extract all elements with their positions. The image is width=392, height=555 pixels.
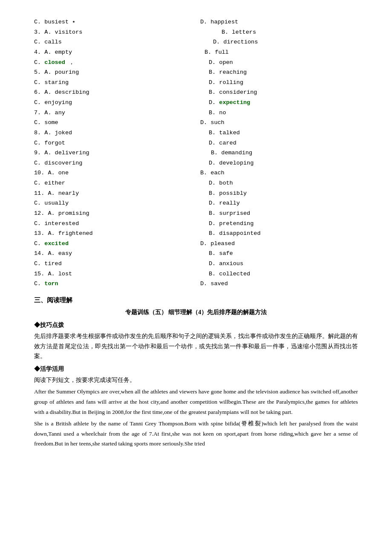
list-item: D. pretending <box>196 219 358 229</box>
table-row: 11. A. nearly B. possibly <box>34 188 358 199</box>
table-row: 5. A. pouring B. reaching <box>34 67 358 78</box>
list-item: B. safe <box>196 249 358 259</box>
list-item: 15. A. lost <box>34 269 196 279</box>
list-item: B. demanding <box>196 148 358 158</box>
list-item: B. no <box>196 108 358 118</box>
list-item: C. excited <box>34 239 196 249</box>
list-item: D. open <box>196 58 358 68</box>
list-item: C. closed ， <box>34 58 196 68</box>
table-row: C. usually D. really <box>34 198 358 208</box>
table-row: 12. A. promising B. surprised <box>34 208 358 219</box>
list-item: C. busiest <box>34 17 196 27</box>
table-row: 15. A. lost B. collected <box>34 269 358 279</box>
list-item: D. cared <box>196 138 358 148</box>
list-item: B. surprised <box>196 208 358 219</box>
answer-table: C. busiest D. happiest 3. A. visitors B.… <box>34 17 358 289</box>
list-item: 11. A. nearly <box>34 188 196 199</box>
table-row: 13. A. frightened B. disappointed <box>34 228 358 239</box>
list-item: D. expecting <box>196 98 358 108</box>
en-para1: After the Summer Olympics are over,when … <box>34 387 358 417</box>
dot-mark <box>73 21 75 23</box>
table-row: 8. A. joked B. talked <box>34 128 358 138</box>
table-row: C. busiest D. happiest <box>34 17 358 27</box>
tip2-head: ◆活学活用 <box>34 364 358 374</box>
list-item: 10. A. one <box>34 168 196 178</box>
list-item: D. developing <box>196 158 358 168</box>
table-row: C. torn D. saved <box>34 279 358 289</box>
highlight-expecting: expecting <box>219 99 250 106</box>
list-item: 7. A. any <box>34 108 196 118</box>
highlight-closed: closed <box>44 59 65 66</box>
table-row: C. closed ， D. open <box>34 58 358 68</box>
list-item: B. disappointed <box>196 228 358 239</box>
table-row: C. interested D. pretending <box>34 219 358 229</box>
list-item: D. pleased <box>196 239 358 249</box>
table-row: C. staring D. rolling <box>34 78 358 88</box>
list-item: D. happiest <box>196 17 358 27</box>
list-item: B. considering <box>196 87 358 98</box>
list-item: 4. A. empty <box>34 47 196 58</box>
list-item: D. such <box>196 118 358 128</box>
table-row: 3. A. visitors B. letters <box>34 27 358 38</box>
list-item: D. anxious <box>196 259 358 269</box>
list-item: D. both <box>196 178 358 188</box>
list-item: 6. A. describing <box>34 87 196 98</box>
table-row: C. enjoying D. expecting <box>34 98 358 108</box>
list-item: B. talked <box>196 128 358 138</box>
table-row: C. calls D. directions <box>34 37 358 47</box>
table-row: C. tired D. anxious <box>34 259 358 269</box>
tip1-body: 先后排序题要求考生根据事件或动作发生的先后顺序和句子之间的逻辑关系，找出事件或动… <box>34 331 358 361</box>
highlight-torn: torn <box>44 280 58 287</box>
table-row: 7. A. any B. no <box>34 108 358 118</box>
list-item: 12. A. promising <box>34 208 196 219</box>
list-item: 9. A. delivering <box>34 148 196 158</box>
list-item: D. directions <box>196 37 358 47</box>
list-item: D. really <box>196 198 358 208</box>
list-item: C. staring <box>34 78 196 88</box>
list-item: C. torn <box>34 279 196 289</box>
list-item: B. reaching <box>196 67 358 78</box>
list-item: B. collected <box>196 269 358 279</box>
table-row: C. some D. such <box>34 118 358 128</box>
list-item: 3. A. visitors <box>34 27 196 38</box>
list-item: D. saved <box>196 279 358 289</box>
tip1-head: ◆技巧点拨 <box>34 320 358 330</box>
list-item: C. some <box>34 118 196 128</box>
list-item: B. possibly <box>196 188 358 199</box>
list-item: C. enjoying <box>34 98 196 108</box>
section3-title: 三、阅读理解 <box>34 295 358 306</box>
table-row: C. discovering D. developing <box>34 158 358 168</box>
list-item: 8. A. joked <box>34 128 196 138</box>
list-item: B. letters <box>196 27 358 38</box>
table-row: 14. A. easy B. safe <box>34 249 358 259</box>
comma-mark: ， <box>69 59 75 66</box>
main-content: C. busiest D. happiest 3. A. visitors B.… <box>34 17 358 449</box>
list-item: C. tired <box>34 259 196 269</box>
list-item: B. full <box>196 47 358 58</box>
list-item: C. discovering <box>34 158 196 168</box>
list-item: C. interested <box>34 219 196 229</box>
table-row: 10. A. one B. each <box>34 168 358 178</box>
table-row: 6. A. describing B. considering <box>34 87 358 98</box>
list-item: D. rolling <box>196 78 358 88</box>
table-row: 4. A. empty B. full <box>34 47 358 58</box>
list-item: C. forgot <box>34 138 196 148</box>
list-item: C. calls <box>34 37 196 47</box>
table-row: C. excited D. pleased <box>34 239 358 249</box>
highlight-excited: excited <box>44 240 69 247</box>
list-item: 5. A. pouring <box>34 67 196 78</box>
list-item: 13. A. frightened <box>34 228 196 239</box>
en-para2: She is a British athlete by the name of … <box>34 419 358 449</box>
table-row: 9. A. delivering B. demanding <box>34 148 358 158</box>
tip2-body: 阅读下列短文，按要求完成读写任务。 <box>34 375 358 385</box>
list-item: 14. A. easy <box>34 249 196 259</box>
list-item: B. each <box>196 168 358 178</box>
table-row: C. forgot D. cared <box>34 138 358 148</box>
list-item: C. either <box>34 178 196 188</box>
subsection-title: 专题训练（五） 细节理解（4）先后排序题的解题方法 <box>34 307 358 318</box>
list-item: C. usually <box>34 198 196 208</box>
table-row: C. either D. both <box>34 178 358 188</box>
